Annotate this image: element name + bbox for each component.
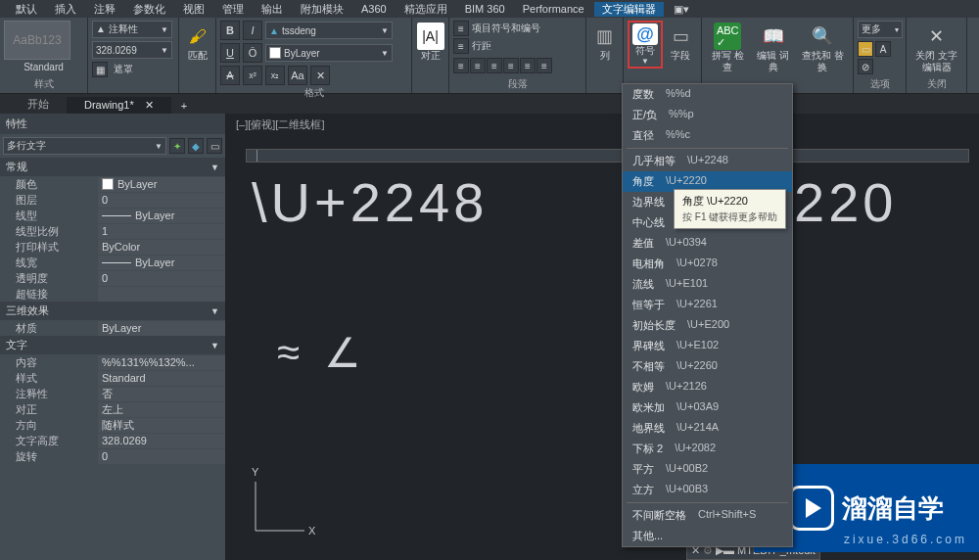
align-center[interactable]: ≡ [470, 58, 486, 73]
menu-item-电相角[interactable]: 电相角\U+0278 [623, 254, 792, 274]
menu-item-初始长度[interactable]: 初始长度\U+E200 [623, 315, 792, 336]
underline-button[interactable]: U [220, 43, 240, 63]
menu-输出[interactable]: 输出 [254, 2, 291, 17]
prop-row[interactable]: 超链接 [0, 286, 225, 302]
prop-row[interactable]: 方向随样式 [0, 417, 225, 433]
spacing-icon[interactable]: ≡ [453, 38, 469, 54]
menu-参数化[interactable]: 参数化 [125, 2, 173, 17]
menu-item-正/负[interactable]: 正/负%%p [623, 105, 792, 125]
spell-button[interactable]: ABC✓ 拼写 检查 [706, 21, 749, 75]
prop-group-三维效果[interactable]: 三维效果▼ [0, 302, 225, 320]
super-button[interactable]: x² [243, 66, 262, 85]
dict-button[interactable]: 📖 编辑 词典 [751, 21, 794, 75]
menu-item-平方[interactable]: 平方\U+00B2 [623, 459, 792, 480]
menu-item-差值[interactable]: 差值\U+0394 [623, 233, 792, 254]
tab-drawing[interactable]: Drawing1* ✕ [67, 97, 171, 114]
tab-add[interactable]: + [171, 98, 197, 114]
pickadd-icon[interactable]: ◆ [188, 138, 204, 154]
menu-overflow[interactable]: ▣▾ [666, 3, 697, 16]
menu-文字编辑器[interactable]: 文字编辑器 [594, 2, 664, 17]
prop-row[interactable]: 线宽 ByLayer [0, 255, 225, 270]
prop-row[interactable]: 注释性否 [0, 386, 225, 401]
prop-row[interactable]: 打印样式ByColor [0, 239, 225, 255]
menu-附加模块[interactable]: 附加模块 [293, 2, 351, 17]
prop-row[interactable]: 线型比例1 [0, 223, 225, 239]
case-button[interactable]: Aa [288, 66, 307, 85]
menu-item-立方[interactable]: 立方\U+00B3 [623, 480, 792, 500]
menu-item-欧米加[interactable]: 欧米加\U+03A9 [623, 397, 792, 418]
prop-row[interactable]: 材质ByLayer [0, 320, 225, 336]
menu-视图[interactable]: 视图 [175, 2, 212, 17]
italic-button[interactable]: I [243, 21, 262, 40]
menu-BIM 360[interactable]: BIM 360 [457, 3, 513, 15]
menu-管理[interactable]: 管理 [214, 2, 252, 17]
menu-item-不间断空格[interactable]: 不间断空格Ctrl+Shift+S [623, 505, 792, 526]
selectobj-icon[interactable]: ▭ [207, 138, 222, 154]
style-preview[interactable]: AaBb123 [4, 21, 70, 60]
close-button[interactable]: ✕ 关闭 文字编辑器 [910, 21, 962, 75]
menu-item-界碑线[interactable]: 界碑线\U+E102 [623, 336, 792, 356]
column-button[interactable]: ▥ 列 [587, 21, 623, 64]
ruler-icon[interactable]: ▭ [858, 41, 873, 57]
menu-item-欧姆[interactable]: 欧姆\U+2126 [623, 377, 792, 397]
prop-row[interactable]: 内容%%131%%132%... [0, 354, 225, 370]
align-dist[interactable]: ≡ [520, 58, 536, 73]
prop-row[interactable]: 旋转0 [0, 448, 225, 464]
prop-row[interactable]: 样式Standard [0, 370, 225, 386]
text-height-combo[interactable]: 328.0269▼ [92, 41, 172, 59]
opt2-icon[interactable]: A [875, 41, 891, 57]
menu-item-几乎相等[interactable]: 几乎相等\U+2248 [623, 151, 792, 171]
align-right[interactable]: ≡ [487, 58, 502, 73]
prop-row[interactable]: 线型 ByLayer [0, 208, 225, 223]
prop-row[interactable]: 透明度0 [0, 270, 225, 286]
prop-group-文字[interactable]: 文字▼ [0, 336, 225, 354]
menu-item-度数[interactable]: 度数%%d [623, 84, 792, 105]
field-button[interactable]: ▭ 字段 [663, 21, 698, 64]
prop-row[interactable]: 文字高度328.0269 [0, 433, 225, 448]
find-button[interactable]: 🔍 查找和 替换 [797, 21, 849, 75]
align-6[interactable]: ≡ [536, 58, 552, 73]
quickselect-icon[interactable]: ✦ [169, 138, 185, 154]
ruler-indent[interactable] [256, 150, 257, 162]
menu-Performance[interactable]: Performance [515, 3, 592, 15]
annotative-combo[interactable]: ▲ 注释性▼ [92, 21, 172, 38]
menu-默认[interactable]: 默认 [8, 2, 45, 17]
font-combo[interactable]: ▲tssdeng▼ [265, 22, 393, 39]
sub-button[interactable]: x₂ [265, 66, 285, 85]
ruler[interactable] [246, 149, 969, 163]
bullets-label[interactable]: 项目符号和编号 [472, 22, 540, 35]
menu-item-不相等[interactable]: 不相等\U+2260 [623, 356, 792, 377]
clear-button[interactable]: ✕ [310, 66, 330, 85]
tab-close-icon[interactable]: ✕ [145, 99, 154, 111]
tab-start[interactable]: 开始 [10, 95, 67, 114]
selection-combo[interactable]: 多行文字▼ [3, 137, 166, 155]
prop-row[interactable]: 图层0 [0, 192, 225, 208]
color-combo[interactable]: ByLayer▼ [265, 44, 393, 62]
bold-button[interactable]: B [220, 21, 240, 40]
prop-row[interactable]: 颜色 ByLayer [0, 176, 225, 192]
prop-row[interactable]: 对正左上 [0, 401, 225, 417]
justify-button[interactable]: |A| 对正 [413, 21, 448, 64]
prop-group-常规[interactable]: 常规▼ [0, 158, 225, 176]
menu-item-恒等于[interactable]: 恒等于\U+2261 [623, 295, 792, 315]
align-just[interactable]: ≡ [503, 58, 519, 73]
menu-插入[interactable]: 插入 [47, 2, 84, 17]
more-combo[interactable]: 更多▾ [858, 21, 903, 38]
menu-item-其他...[interactable]: 其他... [623, 526, 792, 546]
strike-button[interactable]: A [220, 66, 240, 85]
symbol-button[interactable]: @ 符号 ▼ [628, 21, 663, 69]
menu-item-下标 2[interactable]: 下标 2\U+2082 [623, 439, 792, 459]
mask-icon[interactable]: ▦ [92, 62, 108, 77]
view-label[interactable]: [–][俯视][二维线框] [236, 117, 324, 132]
opt3-icon[interactable]: ⊘ [858, 59, 873, 74]
match-button[interactable]: 🖌 匹配 [180, 21, 215, 64]
bullets-icon[interactable]: ≡ [453, 21, 469, 36]
spacing-label[interactable]: 行距 [472, 39, 491, 53]
menu-item-流线[interactable]: 流线\U+E101 [623, 274, 792, 295]
menu-item-直径[interactable]: 直径%%c [623, 125, 792, 146]
menu-精选应用[interactable]: 精选应用 [396, 2, 455, 17]
menu-注释[interactable]: 注释 [86, 2, 123, 17]
menu-item-地界线[interactable]: 地界线\U+214A [623, 418, 792, 439]
overline-button[interactable]: Ō [243, 43, 262, 63]
align-left[interactable]: ≡ [453, 58, 469, 73]
